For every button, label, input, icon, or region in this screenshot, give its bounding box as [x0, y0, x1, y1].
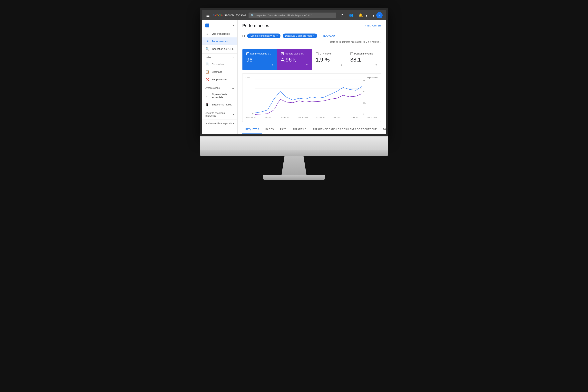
chart-axis-labels: Clics Impressions: [246, 77, 378, 79]
metric-value: 38,1: [350, 57, 377, 63]
sidebar-item-label: Inspection de l'URL: [212, 48, 234, 50]
user-avatar[interactable]: a: [376, 12, 382, 18]
tab-requetes[interactable]: REQUÊTES: [242, 125, 262, 134]
checkbox-icon: [316, 52, 318, 55]
monitor-stand-base: [263, 175, 325, 180]
content-header: Performances ⬇ EXPORTER: [238, 20, 386, 31]
info-icon[interactable]: ?: [341, 64, 342, 67]
export-icon: ⬇: [364, 24, 366, 27]
sidebar-section-index[interactable]: Index ▲: [202, 54, 237, 60]
metric-value: 1,9 %: [316, 57, 342, 63]
filter-chip-type[interactable]: Type de recherche: Web ✏: [247, 34, 280, 38]
metric-label: CTR moyen: [320, 52, 332, 55]
metric-label: Nombre total de c...: [250, 52, 271, 55]
topbar: ☰ Google Search Console 🔍 ? 👥 🔔 ⋮⋮⋮ a: [202, 10, 386, 20]
monitor-back: [200, 136, 388, 150]
metric-card-impressions[interactable]: Nombre total d'im... 4,96 k ?: [277, 49, 312, 70]
sidebar: C ▾ ⌂ Vue d'ensemble ↗ Performances 🔍: [202, 20, 238, 134]
page-title: Performances: [242, 23, 269, 28]
info-icon[interactable]: ?: [272, 64, 273, 67]
sidebar-item-label: Performances: [212, 40, 228, 43]
metric-card-ctr[interactable]: CTR moyen 1,9 % ?: [312, 49, 346, 70]
info-icon[interactable]: ?: [375, 64, 377, 67]
sidebar-item-label: Suppressions: [212, 78, 227, 81]
metrics-cards: Nombre total de c... 96 ? Nombre total: [242, 49, 381, 70]
sidebar-item-performances[interactable]: ↗ Performances: [202, 38, 237, 45]
sidebar-section-title: Anciens outils et rapports: [206, 122, 232, 125]
home-icon: ⌂: [206, 32, 209, 36]
filter-chip-date[interactable]: Date: Les 3 derniers mois ✏: [283, 34, 317, 38]
content-area: Performances ⬇ EXPORTER ⊟ Type de recher…: [238, 20, 386, 134]
metric-value: 4,96 k: [281, 57, 308, 63]
filter-chip-label: Type de recherche: Web: [250, 34, 275, 37]
sidebar-section-anciens[interactable]: Anciens outils et rapports ▾: [202, 120, 237, 126]
sidebar-item-suppressions[interactable]: 🚫 Suppressions: [202, 76, 237, 83]
help-button[interactable]: ?: [339, 12, 345, 18]
expand-icon: ▾: [233, 113, 234, 116]
suppress-icon: 🚫: [206, 78, 209, 81]
sidebar-item-sitemaps[interactable]: 📋 Sitemaps: [202, 68, 237, 76]
chart-left-label: Clics: [246, 77, 250, 79]
sidebar-section-title: Améliorations: [206, 87, 220, 90]
search-console-logo-text: Search Console: [224, 14, 246, 17]
sidebar-divider: [202, 54, 237, 54]
metrics-section: Nombre total de c... 96 ? Nombre total: [238, 46, 386, 73]
collapse-icon: ▲: [232, 56, 234, 59]
collapse-icon: ▲: [232, 87, 234, 90]
chart-x-axis: 08/02/2021 12/02/2021 16/02/2021 20/02/2…: [246, 116, 378, 118]
tab-apparence[interactable]: APPARENCE DANS LES RÉSULTATS DE RECHERCH…: [310, 125, 380, 134]
export-label: EXPORTER: [367, 24, 381, 27]
checkbox-icon: [246, 52, 249, 55]
sidebar-item-label: Ergonomie mobile: [212, 103, 232, 106]
metric-card-clics[interactable]: Nombre total de c... 96 ?: [242, 49, 277, 70]
sidebar-item-label: Sitemaps: [212, 70, 222, 73]
web-vitals-icon: ⏱: [206, 94, 209, 98]
search-input[interactable]: [256, 14, 334, 17]
performance-icon: ↗: [206, 40, 209, 43]
info-icon: ?: [380, 40, 381, 43]
metric-label: Position moyenne: [354, 52, 373, 55]
checkbox-icon: [281, 52, 284, 55]
sidebar-divider-2: [202, 84, 237, 84]
sidebar-item-signaux-web[interactable]: ⏱ Signaux Web essentiels: [202, 91, 237, 101]
tab-pays[interactable]: PAYS: [277, 125, 290, 134]
sidebar-item-couverture[interactable]: 📄 Couverture: [202, 60, 237, 68]
sidebar-item-label: Vue d'ensemble: [212, 32, 230, 35]
chart-section: Clics Impressions 0 450 300 150: [238, 73, 386, 125]
sitemap-icon: 📋: [206, 70, 209, 74]
chart-inner: 0 450 300 150 0: [250, 80, 370, 115]
chart-svg: [255, 80, 362, 115]
checkbox-icon: [350, 52, 353, 55]
sidebar-section-securite[interactable]: Sécurité et actions manuelles ▾: [202, 110, 237, 119]
info-icon[interactable]: ?: [306, 64, 308, 67]
sidebar-section-title: Sécurité et actions manuelles: [206, 112, 233, 117]
domain-icon: C: [206, 24, 209, 28]
new-filter-label: + NOUVEAU: [321, 34, 335, 37]
hamburger-menu[interactable]: ☰: [206, 12, 210, 18]
accounts-button[interactable]: 👥: [348, 12, 354, 18]
domain-selector[interactable]: C ▾: [202, 22, 237, 29]
metric-card-position[interactable]: Position moyenne 38,1 ?: [346, 49, 381, 70]
chart-right-label: Impressions: [367, 77, 378, 79]
metric-value: 96: [246, 57, 273, 63]
metric-label: Nombre total d'im...: [285, 52, 305, 55]
notifications-button[interactable]: 🔔: [358, 12, 364, 18]
tab-appareils[interactable]: APPAREILS: [290, 125, 310, 134]
sidebar-section-ameliorations[interactable]: Améliorations ▲: [202, 85, 237, 91]
search-bar[interactable]: 🔍: [248, 12, 336, 18]
sidebar-item-label: Signaux Web essentiels: [212, 93, 234, 99]
domain-chevron-icon: ▾: [233, 24, 234, 27]
export-button[interactable]: ⬇ EXPORTER: [364, 24, 381, 27]
tab-pages[interactable]: PAGES: [262, 125, 277, 134]
tab-dates[interactable]: DATES: [380, 125, 386, 134]
filters-bar: ⊟ Type de recherche: Web ✏ Date: Les 3 d…: [238, 31, 386, 46]
apps-button[interactable]: ⋮⋮⋮: [367, 12, 373, 18]
sidebar-item-inspection-url[interactable]: 🔍 Inspection de l'URL: [202, 45, 237, 53]
google-logo-text: Google: [213, 14, 223, 17]
topbar-actions: ? 👥 🔔 ⋮⋮⋮ a: [339, 12, 382, 18]
new-filter-button[interactable]: + NOUVEAU: [320, 34, 336, 38]
expand-icon: ▾: [233, 122, 234, 125]
sidebar-item-ergonomie[interactable]: 📱 Ergonomie mobile: [202, 101, 237, 108]
filter-chip-label: Date: Les 3 derniers mois: [285, 34, 312, 37]
sidebar-item-vue-ensemble[interactable]: ⌂ Vue d'ensemble: [202, 30, 237, 38]
